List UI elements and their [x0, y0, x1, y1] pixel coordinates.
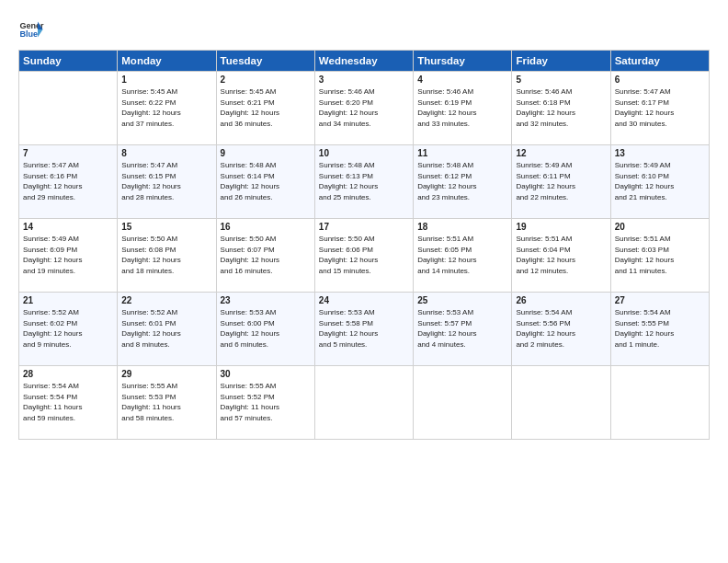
day-number: 9 [221, 148, 311, 158]
day-number: 16 [221, 222, 311, 232]
day-number: 30 [221, 369, 311, 379]
day-number: 28 [23, 369, 113, 379]
day-number: 20 [615, 222, 705, 232]
calendar-cell [610, 366, 709, 440]
week-row-2: 7Sunrise: 5:47 AM Sunset: 6:16 PM Daylig… [19, 145, 710, 219]
column-header-sunday: Sunday [19, 51, 118, 72]
day-number: 11 [417, 148, 507, 158]
day-info: Sunrise: 5:52 AM Sunset: 6:02 PM Dayligh… [23, 307, 113, 350]
day-info: Sunrise: 5:47 AM Sunset: 6:16 PM Dayligh… [23, 160, 113, 202]
header-row: SundayMondayTuesdayWednesdayThursdayFrid… [19, 51, 710, 72]
calendar-cell: 19Sunrise: 5:51 AM Sunset: 6:04 PM Dayli… [512, 219, 610, 293]
day-info: Sunrise: 5:55 AM Sunset: 5:53 PM Dayligh… [121, 381, 211, 423]
day-number: 4 [417, 75, 507, 85]
calendar-cell [512, 366, 610, 440]
calendar-cell: 8Sunrise: 5:47 AM Sunset: 6:15 PM Daylig… [118, 145, 216, 219]
day-number: 29 [121, 369, 211, 379]
day-info: Sunrise: 5:53 AM Sunset: 6:00 PM Dayligh… [221, 307, 311, 350]
week-row-3: 14Sunrise: 5:49 AM Sunset: 6:09 PM Dayli… [19, 219, 710, 293]
day-info: Sunrise: 5:50 AM Sunset: 6:08 PM Dayligh… [121, 234, 211, 276]
day-number: 15 [121, 222, 211, 232]
column-header-friday: Friday [512, 51, 610, 72]
day-info: Sunrise: 5:47 AM Sunset: 6:15 PM Dayligh… [121, 160, 211, 202]
day-info: Sunrise: 5:49 AM Sunset: 6:11 PM Dayligh… [516, 160, 606, 202]
calendar-cell: 2Sunrise: 5:45 AM Sunset: 6:21 PM Daylig… [216, 72, 314, 145]
day-info: Sunrise: 5:52 AM Sunset: 6:01 PM Dayligh… [121, 307, 211, 350]
calendar-cell: 18Sunrise: 5:51 AM Sunset: 6:05 PM Dayli… [414, 219, 512, 293]
day-info: Sunrise: 5:45 AM Sunset: 6:21 PM Dayligh… [221, 86, 311, 129]
day-info: Sunrise: 5:53 AM Sunset: 5:57 PM Dayligh… [417, 307, 507, 350]
day-info: Sunrise: 5:47 AM Sunset: 6:17 PM Dayligh… [615, 86, 705, 129]
calendar-cell: 3Sunrise: 5:46 AM Sunset: 6:20 PM Daylig… [314, 72, 413, 145]
day-number: 27 [615, 295, 705, 305]
column-header-thursday: Thursday [414, 51, 512, 72]
calendar-cell: 30Sunrise: 5:55 AM Sunset: 5:52 PM Dayli… [216, 366, 314, 440]
day-number: 2 [221, 75, 311, 85]
day-number: 21 [23, 295, 113, 305]
day-number: 25 [417, 295, 507, 305]
day-number: 8 [121, 148, 211, 158]
svg-text:Blue: Blue [19, 29, 38, 39]
day-number: 14 [23, 222, 113, 232]
day-number: 7 [23, 148, 113, 158]
calendar-cell: 5Sunrise: 5:46 AM Sunset: 6:18 PM Daylig… [512, 72, 610, 145]
day-number: 24 [319, 295, 409, 305]
day-info: Sunrise: 5:51 AM Sunset: 6:05 PM Dayligh… [417, 234, 507, 276]
calendar-cell: 29Sunrise: 5:55 AM Sunset: 5:53 PM Dayli… [118, 366, 216, 440]
calendar-cell: 24Sunrise: 5:53 AM Sunset: 5:58 PM Dayli… [314, 293, 413, 366]
day-info: Sunrise: 5:48 AM Sunset: 6:14 PM Dayligh… [221, 160, 311, 202]
day-info: Sunrise: 5:46 AM Sunset: 6:18 PM Dayligh… [516, 86, 606, 129]
day-number: 19 [516, 222, 606, 232]
day-info: Sunrise: 5:46 AM Sunset: 6:19 PM Dayligh… [417, 86, 507, 129]
day-info: Sunrise: 5:49 AM Sunset: 6:10 PM Dayligh… [615, 160, 705, 202]
day-info: Sunrise: 5:50 AM Sunset: 6:06 PM Dayligh… [319, 234, 409, 276]
day-number: 10 [319, 148, 409, 158]
calendar-table: SundayMondayTuesdayWednesdayThursdayFrid… [18, 50, 710, 440]
calendar-page: General Blue SundayMondayTuesdayWednesda… [0, 0, 728, 563]
day-info: Sunrise: 5:48 AM Sunset: 6:12 PM Dayligh… [417, 160, 507, 202]
calendar-cell: 6Sunrise: 5:47 AM Sunset: 6:17 PM Daylig… [610, 72, 709, 145]
day-number: 23 [221, 295, 311, 305]
day-number: 17 [319, 222, 409, 232]
day-info: Sunrise: 5:50 AM Sunset: 6:07 PM Dayligh… [221, 234, 311, 276]
day-info: Sunrise: 5:54 AM Sunset: 5:55 PM Dayligh… [615, 307, 705, 350]
calendar-cell: 20Sunrise: 5:51 AM Sunset: 6:03 PM Dayli… [610, 219, 709, 293]
calendar-cell [414, 366, 512, 440]
day-info: Sunrise: 5:53 AM Sunset: 5:58 PM Dayligh… [319, 307, 409, 350]
calendar-cell: 23Sunrise: 5:53 AM Sunset: 6:00 PM Dayli… [216, 293, 314, 366]
week-row-4: 21Sunrise: 5:52 AM Sunset: 6:02 PM Dayli… [19, 293, 710, 366]
day-info: Sunrise: 5:54 AM Sunset: 5:54 PM Dayligh… [23, 381, 113, 423]
week-row-5: 28Sunrise: 5:54 AM Sunset: 5:54 PM Dayli… [19, 366, 710, 440]
day-info: Sunrise: 5:46 AM Sunset: 6:20 PM Dayligh… [319, 86, 409, 129]
calendar-cell: 11Sunrise: 5:48 AM Sunset: 6:12 PM Dayli… [414, 145, 512, 219]
calendar-cell [314, 366, 413, 440]
day-number: 26 [516, 295, 606, 305]
calendar-cell: 17Sunrise: 5:50 AM Sunset: 6:06 PM Dayli… [314, 219, 413, 293]
day-number: 3 [319, 75, 409, 85]
calendar-cell: 4Sunrise: 5:46 AM Sunset: 6:19 PM Daylig… [414, 72, 512, 145]
calendar-cell: 22Sunrise: 5:52 AM Sunset: 6:01 PM Dayli… [118, 293, 216, 366]
calendar-cell: 21Sunrise: 5:52 AM Sunset: 6:02 PM Dayli… [19, 293, 118, 366]
day-info: Sunrise: 5:51 AM Sunset: 6:03 PM Dayligh… [615, 234, 705, 276]
calendar-cell: 15Sunrise: 5:50 AM Sunset: 6:08 PM Dayli… [118, 219, 216, 293]
column-header-tuesday: Tuesday [216, 51, 314, 72]
calendar-cell: 10Sunrise: 5:48 AM Sunset: 6:13 PM Dayli… [314, 145, 413, 219]
day-number: 18 [417, 222, 507, 232]
column-header-saturday: Saturday [610, 51, 709, 72]
calendar-cell [19, 72, 118, 145]
calendar-cell: 27Sunrise: 5:54 AM Sunset: 5:55 PM Dayli… [610, 293, 709, 366]
day-info: Sunrise: 5:48 AM Sunset: 6:13 PM Dayligh… [319, 160, 409, 202]
logo-icon: General Blue [18, 17, 44, 42]
column-header-wednesday: Wednesday [314, 51, 413, 72]
calendar-cell: 25Sunrise: 5:53 AM Sunset: 5:57 PM Dayli… [414, 293, 512, 366]
calendar-cell: 28Sunrise: 5:54 AM Sunset: 5:54 PM Dayli… [19, 366, 118, 440]
logo: General Blue [18, 17, 44, 42]
calendar-cell: 16Sunrise: 5:50 AM Sunset: 6:07 PM Dayli… [216, 219, 314, 293]
day-number: 22 [121, 295, 211, 305]
svg-marker-3 [38, 29, 43, 37]
calendar-cell: 12Sunrise: 5:49 AM Sunset: 6:11 PM Dayli… [512, 145, 610, 219]
calendar-cell: 7Sunrise: 5:47 AM Sunset: 6:16 PM Daylig… [19, 145, 118, 219]
calendar-cell: 13Sunrise: 5:49 AM Sunset: 6:10 PM Dayli… [610, 145, 709, 219]
calendar-cell: 26Sunrise: 5:54 AM Sunset: 5:56 PM Dayli… [512, 293, 610, 366]
header: General Blue [18, 17, 710, 42]
